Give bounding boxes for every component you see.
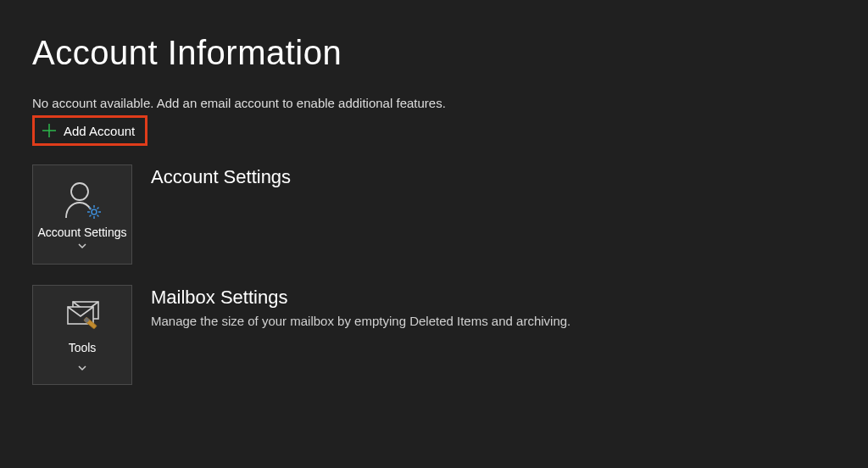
add-account-button[interactable]: Add Account <box>32 115 147 146</box>
chevron-down-icon <box>78 359 86 375</box>
tools-tile[interactable]: Tools <box>32 285 132 385</box>
account-settings-tile[interactable]: Account Settings <box>32 164 132 265</box>
account-settings-section: Account Settings Account Settings <box>32 164 836 265</box>
plus-icon <box>42 123 57 138</box>
person-gear-icon <box>61 180 103 220</box>
add-account-label: Add Account <box>64 124 135 138</box>
mailbox-settings-heading: Mailbox Settings <box>151 287 570 309</box>
account-settings-tile-label: Account Settings <box>36 226 128 249</box>
mailbox-settings-section: Tools Mailbox Settings Manage the size o… <box>32 285 836 385</box>
mailbox-tools-icon <box>61 295 103 336</box>
svg-line-10 <box>90 215 92 217</box>
svg-point-2 <box>71 183 88 200</box>
svg-line-11 <box>97 208 99 209</box>
tools-tile-label: Tools <box>69 341 97 356</box>
account-settings-heading: Account Settings <box>151 166 291 188</box>
chevron-down-icon <box>78 242 86 249</box>
mailbox-settings-description: Manage the size of your mailbox by empty… <box>151 314 570 328</box>
svg-line-9 <box>97 215 99 217</box>
svg-point-3 <box>92 209 97 214</box>
no-account-message: No account available. Add an email accou… <box>32 96 836 110</box>
page-title: Account Information <box>32 34 836 72</box>
